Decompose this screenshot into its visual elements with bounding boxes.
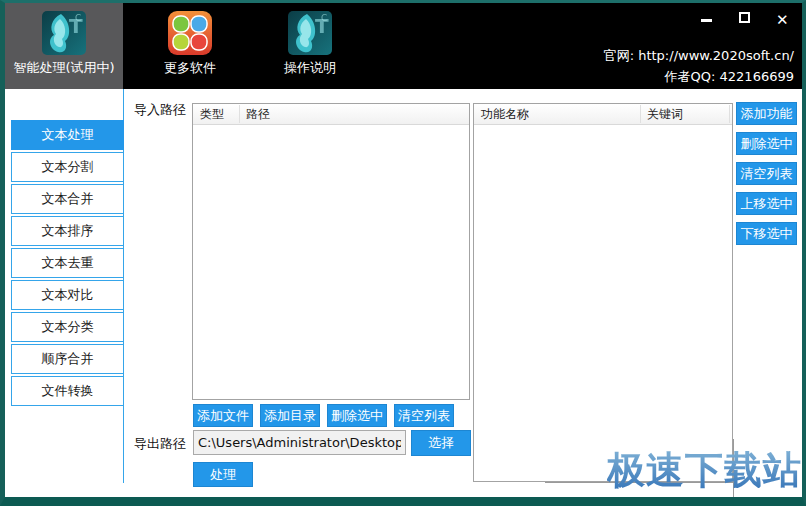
- author-qq-text: 作者QQ: 422166699: [604, 66, 794, 87]
- clear-list-button[interactable]: 清空列表: [394, 404, 454, 427]
- maximize-button[interactable]: [738, 10, 752, 24]
- import-path-label: 导入路径: [134, 101, 186, 119]
- close-icon: ✕: [776, 11, 789, 29]
- tab-main-app-label: 智能处理(试用中): [13, 59, 114, 77]
- export-path-input[interactable]: [193, 430, 406, 455]
- column-separator: [239, 105, 240, 123]
- sidebar-item-text-process[interactable]: 文本处理: [11, 120, 124, 150]
- website-text: 官网: http://www.2020soft.cn/: [604, 45, 794, 66]
- add-function-button[interactable]: 添加功能: [736, 102, 797, 125]
- export-path-label: 导出路径: [134, 435, 186, 453]
- sidebar-item-text-merge[interactable]: 文本合并: [11, 184, 124, 214]
- window-controls: ✕: [700, 10, 790, 24]
- delete-selected-button[interactable]: 删除选中: [736, 132, 797, 155]
- help-face-icon: T C: [288, 11, 332, 55]
- tab-help-label: 操作说明: [284, 59, 336, 77]
- sidebar-item-seq-merge[interactable]: 顺序合并: [11, 344, 124, 374]
- column-separator: [729, 105, 730, 123]
- maximize-icon: [739, 12, 750, 23]
- column-header-function-name[interactable]: 功能名称: [474, 104, 640, 124]
- tab-main-app[interactable]: T C 智能处理(试用中): [5, 3, 123, 89]
- add-folder-button[interactable]: 添加目录: [260, 404, 320, 427]
- site-info: 官网: http://www.2020soft.cn/ 作者QQ: 422166…: [604, 45, 794, 87]
- close-button[interactable]: ✕: [776, 10, 790, 24]
- column-header-type[interactable]: 类型: [193, 104, 239, 124]
- main-area: 文本处理 文本分割 文本合并 文本排序 文本去重 文本对比 文本分类 顺序合并 …: [5, 89, 802, 497]
- more-software-icon: [168, 11, 212, 55]
- svg-text:C: C: [75, 13, 81, 23]
- minimize-icon: [701, 19, 712, 22]
- tab-more-software-label: 更多软件: [164, 59, 216, 77]
- move-up-button[interactable]: 上移选中: [736, 192, 797, 215]
- remove-selected-button[interactable]: 删除选中: [327, 404, 387, 427]
- svg-text:C: C: [321, 13, 327, 23]
- tab-help[interactable]: T C 操作说明: [265, 3, 355, 89]
- column-header-path[interactable]: 路径: [239, 104, 270, 124]
- minimize-button[interactable]: [700, 10, 714, 24]
- sidebar-item-file-convert[interactable]: 文件转换: [11, 376, 124, 406]
- tab-more-software[interactable]: 更多软件: [145, 3, 235, 89]
- move-down-button[interactable]: 下移选中: [736, 222, 797, 245]
- process-button[interactable]: 处理: [193, 462, 253, 487]
- column-separator: [640, 105, 641, 123]
- column-header-keyword[interactable]: 关键词: [640, 104, 729, 124]
- sidebar-item-text-classify[interactable]: 文本分类: [11, 312, 124, 342]
- import-table-header: 类型 路径: [193, 104, 469, 125]
- watermark-text: 极速下载站: [607, 445, 802, 496]
- sidebar-item-text-dedupe[interactable]: 文本去重: [11, 248, 124, 278]
- sidebar-item-text-compare[interactable]: 文本对比: [11, 280, 124, 310]
- function-table[interactable]: 功能名称 关键词: [473, 103, 733, 482]
- sidebar-item-text-sort[interactable]: 文本排序: [11, 216, 124, 246]
- add-file-button[interactable]: 添加文件: [193, 404, 253, 427]
- import-file-table[interactable]: 类型 路径: [192, 103, 470, 400]
- titlebar: T C 智能处理(试用中): [5, 3, 802, 89]
- clear-function-list-button[interactable]: 清空列表: [736, 162, 797, 185]
- browse-button[interactable]: 选择: [411, 430, 471, 456]
- app-face-icon: T C: [42, 11, 86, 55]
- function-table-header: 功能名称 关键词: [474, 104, 732, 125]
- app-window: T C 智能处理(试用中): [0, 0, 806, 506]
- sidebar-item-text-split[interactable]: 文本分割: [11, 152, 124, 182]
